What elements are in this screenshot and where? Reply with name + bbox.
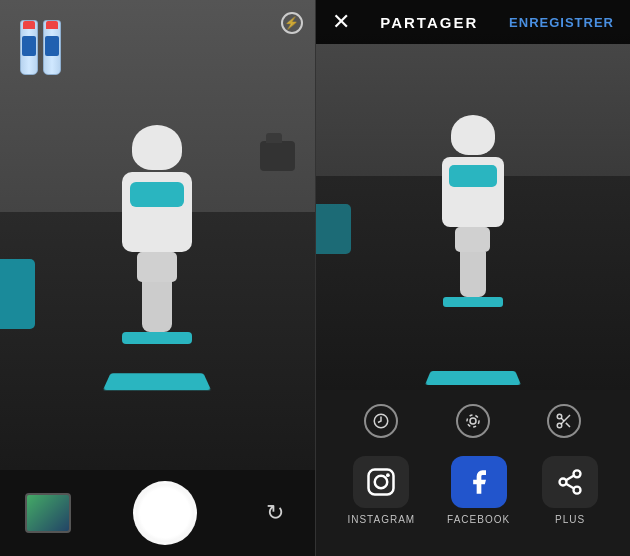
- blue-mat-left: [103, 373, 211, 390]
- svg-line-14: [566, 484, 574, 489]
- left-camera-panel: ⚡ ↻ ◁ ○ □: [0, 0, 315, 556]
- svg-rect-8: [369, 470, 394, 495]
- plus-share-item[interactable]: PLUS: [542, 456, 598, 525]
- facebook-label: FACEBOOK: [447, 514, 510, 525]
- scissors-icon[interactable]: [547, 404, 581, 438]
- robot-left: [112, 125, 202, 345]
- plus-icon-box: [542, 456, 598, 508]
- right-viewfinder: [316, 0, 631, 390]
- svg-point-11: [574, 470, 581, 477]
- svg-point-1: [470, 418, 476, 424]
- share-title: PARTAGER: [380, 14, 478, 31]
- timer-icon[interactable]: [364, 404, 398, 438]
- svg-point-2: [467, 415, 479, 427]
- camera-equipment: [260, 141, 295, 171]
- flip-camera-icon[interactable]: ↻: [260, 498, 290, 528]
- svg-line-7: [561, 418, 564, 421]
- teal-cloth-right: [316, 204, 351, 254]
- shutter-button[interactable]: [133, 481, 197, 545]
- svg-point-9: [375, 476, 388, 489]
- facebook-share-item[interactable]: FACEBOOK: [447, 456, 510, 525]
- svg-point-3: [558, 414, 563, 419]
- svg-point-4: [558, 423, 563, 428]
- flash-icon[interactable]: ⚡: [281, 12, 303, 34]
- bottle-1: [20, 20, 38, 75]
- plus-label: PLUS: [555, 514, 585, 525]
- instagram-label: INSTAGRAM: [347, 514, 415, 525]
- left-viewfinder: ⚡: [0, 0, 315, 470]
- bottles-decoration: [20, 20, 61, 75]
- blue-mat-right: [425, 371, 521, 385]
- instagram-icon-box: [353, 456, 409, 508]
- robot-right: [433, 115, 513, 315]
- bottle-2: [43, 20, 61, 75]
- svg-line-15: [566, 476, 574, 481]
- save-button[interactable]: ENREGISTRER: [509, 15, 614, 30]
- instagram-share-item[interactable]: INSTAGRAM: [347, 456, 415, 525]
- share-top-bar: ✕ PARTAGER ENREGISTRER: [316, 0, 631, 44]
- share-bottom: INSTAGRAM FACEBOOK: [316, 390, 631, 556]
- svg-point-13: [574, 487, 581, 494]
- camera-controls: ↻: [0, 470, 315, 556]
- svg-point-12: [560, 479, 567, 486]
- share-options-row: INSTAGRAM FACEBOOK: [316, 448, 631, 529]
- right-share-panel: ✕ PARTAGER ENREGISTRER: [316, 0, 631, 556]
- edit-icon-row: [316, 390, 631, 448]
- photo-thumbnail[interactable]: [25, 493, 71, 533]
- filter-icon[interactable]: [456, 404, 490, 438]
- facebook-icon-box: [451, 456, 507, 508]
- teal-cloth: [0, 259, 35, 329]
- close-button[interactable]: ✕: [332, 9, 350, 35]
- svg-line-6: [566, 423, 570, 427]
- svg-point-10: [386, 473, 390, 477]
